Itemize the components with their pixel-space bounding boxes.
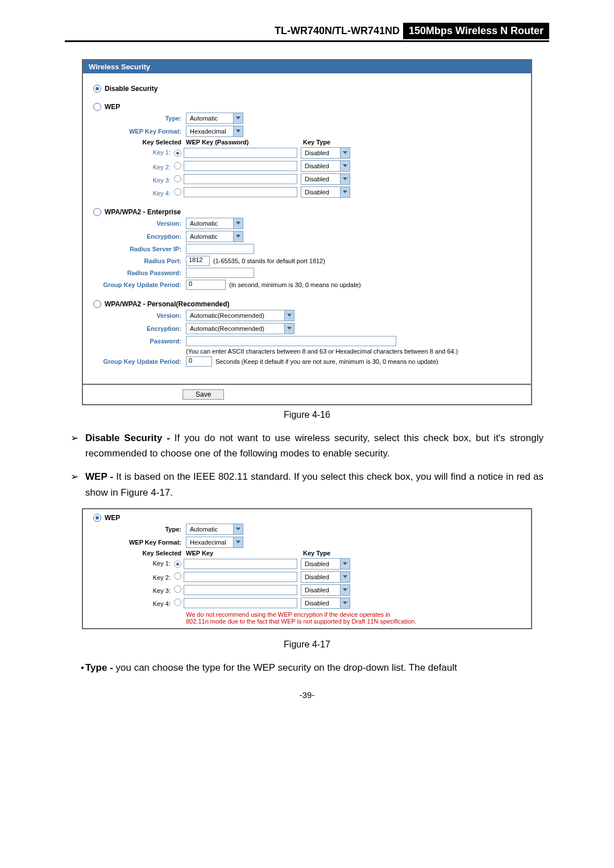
wep2-type-label: Type: <box>93 526 186 533</box>
wep2-col-key: WEP Key <box>186 550 300 556</box>
wep-key4-input[interactable] <box>184 187 297 197</box>
wep2-col-type: Key Type <box>303 550 330 556</box>
wep2-key3-type-dropdown[interactable]: Disabled <box>301 584 350 596</box>
wep2-key2-radio[interactable] <box>174 572 181 580</box>
wep2-type-dropdown[interactable]: Automatic <box>186 524 243 535</box>
wep-key1-input[interactable] <box>184 148 297 158</box>
radius-port-hint: (1-65535, 0 stands for default port 1812… <box>213 258 325 264</box>
option-wpa-enterprise[interactable]: WPA/WPA2 - Enterprise <box>93 208 521 216</box>
svg-marker-7 <box>236 235 240 238</box>
ent-version-dropdown[interactable]: Automatic <box>186 218 243 229</box>
radio-wep-2[interactable] <box>93 514 101 522</box>
disable-security-label: Disable Security <box>105 85 157 93</box>
psk-encryption-value: Automatic(Recommended) <box>186 325 284 332</box>
wep-key3-radio[interactable] <box>174 175 181 182</box>
chevron-down-icon <box>233 537 243 547</box>
option-wpa-personal[interactable]: WPA/WPA2 - Personal(Recommended) <box>93 300 521 308</box>
wep-key-row: Key 4: Disabled <box>93 186 521 198</box>
wep2-keyformat-dropdown[interactable]: Hexadecimal <box>186 537 243 548</box>
header-desc: 150Mbps Wireless N Router <box>403 23 549 39</box>
chevron-down-icon <box>340 572 350 582</box>
svg-marker-8 <box>287 314 292 317</box>
chevron-down-icon <box>233 524 243 534</box>
wireless-security-capture: Wireless Security Disable Security WEP T… <box>82 59 532 405</box>
wep2-key1-input[interactable] <box>184 559 297 569</box>
bullet-dot-icon: • <box>70 660 85 675</box>
chevron-down-icon <box>340 174 350 184</box>
wep2-key4-input[interactable] <box>184 598 297 608</box>
wep2-key1-radio[interactable] <box>174 560 181 568</box>
wep-key3-input[interactable] <box>184 174 297 184</box>
radio-wpa-personal[interactable] <box>93 300 101 308</box>
wep-key1-type-dropdown[interactable]: Disabled <box>301 147 350 159</box>
wep-key-row: Key 3: Disabled <box>93 173 521 185</box>
radius-ip-input[interactable] <box>186 244 254 254</box>
svg-marker-9 <box>287 327 292 330</box>
wep-type-label: Type: <box>93 115 186 122</box>
svg-marker-11 <box>236 541 240 543</box>
option-wep[interactable]: WEP <box>93 103 521 111</box>
radius-port-input[interactable]: 1812 <box>186 256 210 266</box>
ent-gkup-input[interactable]: 0 <box>186 280 226 290</box>
radio-wpa-enterprise[interactable] <box>93 208 101 216</box>
wep-key2-radio[interactable] <box>174 162 181 169</box>
page-number: -39- <box>65 690 549 700</box>
li1-bold: Disable Security - <box>85 433 170 443</box>
wep2-key2-input[interactable] <box>184 572 297 582</box>
radio-disable-security[interactable] <box>93 85 101 93</box>
chevron-down-icon <box>340 187 350 197</box>
wep2-keyformat-label: WEP Key Format: <box>93 539 186 546</box>
wep-key-row: Key 1: Disabled <box>93 147 521 159</box>
save-button[interactable]: Save <box>182 389 224 400</box>
chevron-down-icon <box>233 126 243 136</box>
wep-title: WEP <box>105 103 120 111</box>
wep-col-key: WEP Key (Password) <box>186 139 300 146</box>
figure-4-17-caption: Figure 4-17 <box>65 639 549 650</box>
wep-col-type: Key Type <box>303 139 330 146</box>
chevron-down-icon <box>284 310 294 321</box>
bullet-arrow-icon: ➢ <box>70 469 85 500</box>
wep-key1-type: Disabled <box>301 149 340 156</box>
wpa-ent-title: WPA/WPA2 - Enterprise <box>105 208 181 216</box>
svg-marker-15 <box>343 601 347 604</box>
wep-key4-radio[interactable] <box>174 188 181 196</box>
wep-type-dropdown[interactable]: Automatic <box>186 113 243 124</box>
wep2-key4-type-dropdown[interactable]: Disabled <box>301 597 350 609</box>
wep2-key3-radio[interactable] <box>174 585 181 593</box>
wep-key1-radio[interactable] <box>174 149 181 157</box>
svg-marker-12 <box>343 562 347 565</box>
wep-type-value: Automatic <box>186 115 233 122</box>
wep2-key2-type-dropdown[interactable]: Disabled <box>301 571 350 583</box>
wep-key2-input[interactable] <box>184 161 297 171</box>
wep-key3-type-dropdown[interactable]: Disabled <box>301 173 350 185</box>
chevron-down-icon <box>340 585 350 595</box>
psk-version-label: Version: <box>93 312 186 319</box>
wep2-key-label: Key 2: <box>153 574 171 581</box>
ent-encryption-label: Encryption: <box>93 233 186 240</box>
ent-version-value: Automatic <box>186 220 233 227</box>
psk-encryption-dropdown[interactable]: Automatic(Recommended) <box>186 323 294 334</box>
wpa-psk-title: WPA/WPA2 - Personal(Recommended) <box>105 300 230 308</box>
psk-password-input[interactable] <box>186 336 396 346</box>
wep2-key4-radio[interactable] <box>174 599 181 606</box>
wep-keyformat-dropdown[interactable]: Hexadecimal <box>186 126 243 137</box>
wep2-key-row: Key 2: Disabled <box>93 571 521 583</box>
psk-version-dropdown[interactable]: Automatic(Recommended) <box>186 310 294 321</box>
wep2-key1-type-dropdown[interactable]: Disabled <box>301 558 350 570</box>
radius-pwd-input[interactable] <box>186 268 254 278</box>
list-item: Disable Security - If you do not want to… <box>85 430 544 461</box>
option-disable-security[interactable]: Disable Security <box>93 85 521 93</box>
option-wep-2[interactable]: WEP <box>93 514 521 522</box>
ent-encryption-dropdown[interactable]: Automatic <box>186 231 243 242</box>
radius-pwd-label: Radius Password: <box>93 269 186 276</box>
svg-marker-1 <box>236 130 240 132</box>
radio-wep[interactable] <box>93 103 101 111</box>
wep-key4-type-dropdown[interactable]: Disabled <box>301 186 350 198</box>
wep-key4-type: Disabled <box>301 189 340 196</box>
wep-key2-type-dropdown[interactable]: Disabled <box>301 160 350 172</box>
wep2-key-row: Key 1: Disabled <box>93 558 521 570</box>
wep2-key3-input[interactable] <box>184 585 297 595</box>
li2-text: It is based on the IEEE 802.11 standard.… <box>85 471 544 497</box>
wep2-keyformat-value: Hexadecimal <box>186 539 233 546</box>
psk-gkup-input[interactable]: 0 <box>186 356 212 367</box>
